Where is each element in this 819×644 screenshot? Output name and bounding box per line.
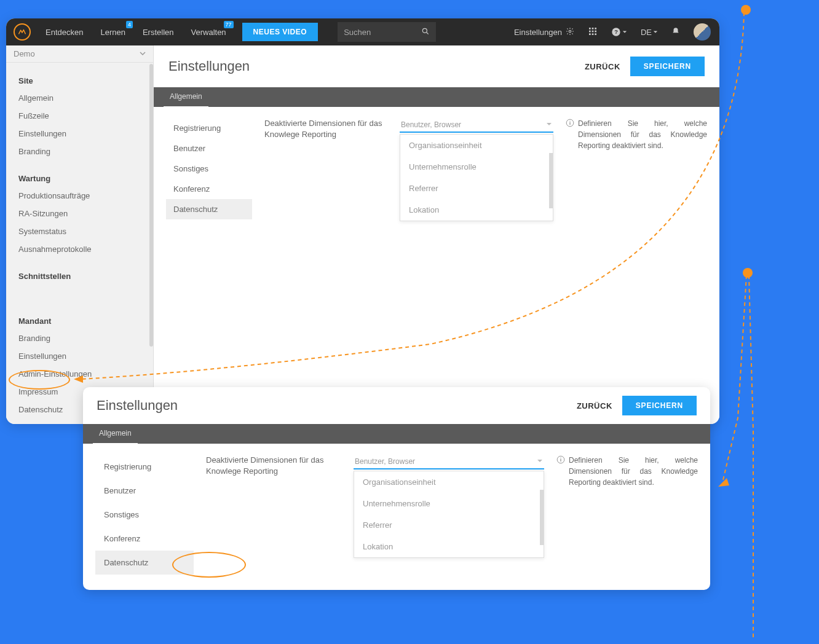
svg-point-19 — [560, 457, 561, 458]
field-label: Deaktivierte Dimensionen für das Knowleg… — [206, 455, 341, 575]
field-label: Deaktivierte Dimensionen für das Knowleg… — [264, 118, 387, 221]
sidebar-item[interactable]: Ausnahmeprotokolle — [6, 240, 153, 258]
badge: 77 — [224, 21, 234, 28]
save-button[interactable]: SPEICHERN — [622, 396, 697, 415]
svg-rect-10 — [592, 33, 594, 35]
dropdown-menu: Organisationseinheit Unternehmensrolle R… — [400, 134, 553, 221]
detail-window: Einstellungen ZURÜCK SPEICHERN Allgemein… — [83, 387, 710, 590]
lang-selector[interactable]: DE — [641, 28, 658, 37]
page-title: Einstellungen — [97, 398, 178, 414]
subnav-datenschutz[interactable]: Datenschutz — [166, 199, 252, 219]
svg-rect-7 — [592, 30, 594, 32]
subnav-registrierung[interactable]: Registrierung — [95, 455, 194, 479]
scrollbar[interactable] — [149, 64, 153, 347]
svg-marker-21 — [718, 478, 729, 487]
chevron-down-icon — [537, 457, 543, 466]
dropdown-option[interactable]: Referrer — [354, 514, 544, 536]
sidebar-item[interactable]: Branding — [6, 143, 153, 160]
gear-icon — [566, 27, 574, 37]
subnav-konferenz[interactable]: Konferenz — [166, 179, 252, 199]
sidebar-item[interactable]: Systemstatus — [6, 222, 153, 240]
scrollbar[interactable] — [540, 490, 544, 545]
tenant-selector[interactable]: Demo — [6, 45, 153, 63]
bell-icon[interactable] — [671, 27, 680, 37]
subnav-sonstiges[interactable]: Sonstiges — [95, 503, 194, 527]
sidebar-item[interactable]: Produktionsaufträge — [6, 187, 153, 205]
subnav-sonstiges[interactable]: Sonstiges — [166, 159, 252, 179]
sub-nav: Registrierung Benutzer Sonstiges Konfere… — [166, 118, 252, 221]
svg-rect-6 — [589, 30, 591, 32]
sidebar-item[interactable]: Einstellungen — [6, 125, 153, 143]
info-icon — [566, 119, 574, 127]
nav-verwalten[interactable]: Verwalten77 — [183, 18, 235, 45]
settings-link[interactable]: Einstellungen — [514, 27, 574, 37]
sidebar-item[interactable]: Admin-Einstellungen — [6, 365, 153, 383]
dimensions-select[interactable]: Benutzer, Browser — [354, 455, 544, 469]
subnav-registrierung[interactable]: Registrierung — [166, 118, 252, 138]
dropdown-option[interactable]: Lokation — [354, 536, 544, 557]
sidebar-group-mandant: Mandant — [6, 310, 153, 329]
annotation-dot — [743, 268, 753, 278]
avatar[interactable] — [694, 23, 711, 41]
sidebar-item[interactable]: Allgemein — [6, 89, 153, 107]
nav-erstellen[interactable]: Erstellen — [134, 18, 183, 45]
logo-icon — [14, 23, 31, 41]
field-help: Definieren Sie hier, welche Dimensionen … — [556, 455, 698, 575]
svg-rect-4 — [592, 28, 594, 29]
nav-entdecken[interactable]: Entdecken — [37, 18, 92, 45]
sidebar-item[interactable]: Branding — [6, 329, 153, 347]
main-window: Entdecken Lernen4 Erstellen Verwalten77 … — [6, 18, 719, 424]
sidebar-group-site: Site — [6, 70, 153, 89]
search-icon — [421, 27, 430, 37]
info-icon — [556, 455, 565, 464]
dropdown-menu: Organisationseinheit Unternehmensrolle R… — [354, 471, 544, 558]
svg-text:?: ? — [614, 29, 618, 35]
top-navbar: Entdecken Lernen4 Erstellen Verwalten77 … — [6, 18, 719, 45]
chevron-down-icon — [140, 49, 146, 58]
dropdown-option[interactable]: Organisationseinheit — [354, 471, 544, 493]
tab-allgemein[interactable]: Allgemein — [93, 423, 138, 444]
sidebar-group-schnittstellen: Schnittstellen — [6, 265, 153, 285]
svg-rect-11 — [595, 33, 596, 35]
nav-lernen[interactable]: Lernen4 — [92, 18, 133, 45]
sidebar-item[interactable]: RA-Sitzungen — [6, 205, 153, 222]
sub-nav: Registrierung Benutzer Sonstiges Konfere… — [95, 455, 194, 575]
svg-point-16 — [569, 120, 570, 121]
dropdown-option[interactable]: Lokation — [400, 199, 553, 221]
apps-icon[interactable] — [588, 26, 598, 38]
tab-bar: Allgemein — [83, 424, 710, 444]
sidebar-item[interactable]: Fußzeile — [6, 107, 153, 125]
main-content: Einstellungen ZURÜCK SPEICHERN Allgemein… — [154, 45, 719, 424]
back-button[interactable]: ZURÜCK — [577, 401, 612, 410]
sidebar: Demo Site Allgemein Fußzeile Einstellung… — [6, 45, 154, 424]
tab-allgemein[interactable]: Allgemein — [164, 87, 208, 108]
badge: 4 — [126, 21, 133, 28]
dropdown-option[interactable]: Unternehmensrolle — [400, 156, 553, 178]
svg-rect-5 — [595, 28, 596, 29]
dropdown-option[interactable]: Organisationseinheit — [400, 135, 553, 156]
scrollbar[interactable] — [549, 153, 553, 208]
tab-bar: Allgemein — [154, 87, 719, 107]
search-input[interactable]: Suchen — [338, 22, 436, 42]
svg-rect-8 — [595, 30, 596, 32]
svg-rect-9 — [589, 33, 591, 35]
chevron-down-icon — [546, 120, 552, 129]
sidebar-group-wartung: Wartung — [6, 168, 153, 187]
subnav-konferenz[interactable]: Konferenz — [95, 527, 194, 551]
page-title: Einstellungen — [168, 58, 250, 74]
subnav-benutzer[interactable]: Benutzer — [166, 138, 252, 159]
dimensions-select[interactable]: Benutzer, Browser — [400, 118, 553, 133]
svg-point-0 — [422, 28, 427, 33]
dropdown-option[interactable]: Referrer — [400, 178, 553, 199]
save-button[interactable]: SPEICHERN — [630, 57, 705, 76]
subnav-benutzer[interactable]: Benutzer — [95, 479, 194, 503]
back-button[interactable]: ZURÜCK — [585, 62, 620, 71]
svg-point-2 — [569, 30, 571, 33]
annotation-dot — [741, 5, 751, 15]
sidebar-item-einstellungen[interactable]: Einstellungen — [6, 347, 153, 365]
dropdown-option[interactable]: Unternehmensrolle — [354, 493, 544, 514]
svg-rect-3 — [589, 28, 591, 29]
new-video-button[interactable]: NEUES VIDEO — [242, 23, 318, 41]
help-icon[interactable]: ? — [611, 27, 627, 37]
subnav-datenschutz[interactable]: Datenschutz — [95, 551, 194, 575]
